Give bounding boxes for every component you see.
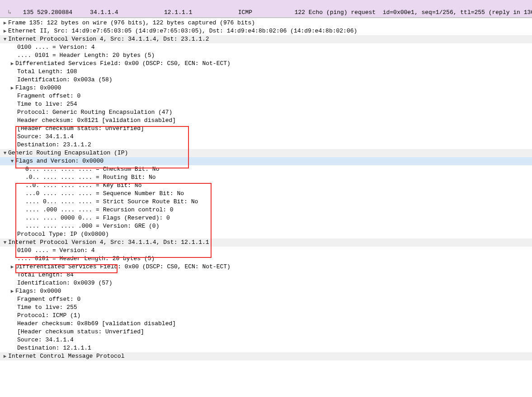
icmp-title: Internet Control Message Protocol	[8, 352, 124, 360]
tree-row[interactable]: Source: 34.1.1.4	[0, 133, 532, 141]
tree-row[interactable]: Time to live: 254	[0, 100, 532, 108]
tree-row[interactable]: .... 0101 = Header Length: 20 bytes (5)	[0, 51, 532, 60]
field-value: Time to live: 254	[17, 100, 77, 108]
field-value: .... .... 0000 0... = Flags (Reserved): …	[25, 214, 170, 222]
field-value: Differentiated Services Field: 0x00 (DSC…	[15, 263, 231, 271]
ip-inner-title: Internet Protocol Version 4, Src: 34.1.1…	[8, 238, 209, 247]
chevron-right-icon[interactable]: ▶	[9, 287, 15, 295]
field-value: Source: 34.1.1.4	[17, 133, 74, 141]
col-info: Echo (ping) request id=0x00e1, seq=1/256…	[309, 9, 532, 16]
tree-row[interactable]: .... 0101 = Header Length: 20 bytes (5)	[0, 255, 532, 263]
tree-row[interactable]: Protocol: Generic Routing Encapsulation …	[0, 108, 532, 117]
chevron-down-icon[interactable]: ▼	[9, 157, 15, 165]
tree-row[interactable]: Total Length: 108	[0, 68, 532, 76]
field-value: Protocol: ICMP (1)	[17, 312, 80, 320]
col-dst: 12.1.1.1	[164, 9, 192, 16]
col-protocol: ICMP	[238, 9, 252, 16]
tree-row-ip-inner[interactable]: ▼ Internet Protocol Version 4, Src: 34.1…	[0, 238, 532, 247]
field-value: ..0. .... .... .... = Key Bit: No	[25, 182, 141, 190]
tree-row[interactable]: Protocol Type: IP (0x0800)	[0, 230, 532, 238]
field-value: Identification: 0x003a (58)	[17, 76, 113, 84]
tree-row[interactable]: Destination: 12.1.1.1	[0, 344, 532, 352]
field-value: Header checksum: 0x8121 [validation disa…	[17, 117, 176, 125]
tree-row[interactable]: 0100 .... = Version: 4	[0, 43, 532, 51]
chevron-down-icon[interactable]: ▼	[2, 149, 8, 157]
tree-row[interactable]: ..0. .... .... .... = Key Bit: No	[0, 182, 532, 190]
field-value: .... 0101 = Header Length: 20 bytes (5)	[17, 51, 155, 60]
field-value: .... 0101 = Header Length: 20 bytes (5)	[17, 255, 155, 263]
tree-row[interactable]: Destination: 23.1.1.2	[0, 141, 532, 149]
tree-row[interactable]: Source: 34.1.1.4	[0, 336, 532, 344]
field-value: Protocol: Generic Routing Encapsulation …	[17, 108, 172, 117]
tree-row[interactable]: ▶ Differentiated Services Field: 0x00 (D…	[0, 263, 532, 271]
chevron-right-icon[interactable]: ▶	[2, 27, 8, 35]
tree-row[interactable]: Protocol: ICMP (1)	[0, 312, 532, 320]
col-length: 122	[295, 9, 305, 16]
field-value: Protocol Type: IP (0x0800)	[17, 230, 109, 238]
chevron-right-icon[interactable]: ▶	[2, 352, 8, 360]
tree-row-gre[interactable]: ▼ Generic Routing Encapsulation (IP)	[0, 149, 532, 157]
tree-row[interactable]: .... .... 0000 0... = Flags (Reserved): …	[0, 214, 532, 222]
field-value: Flags: 0x0000	[15, 287, 61, 295]
field-value: 0... .... .... .... = Checksum Bit: No	[25, 165, 159, 173]
tree-row[interactable]: Identification: 0x003a (58)	[0, 76, 532, 84]
field-value: Source: 34.1.1.4	[17, 336, 74, 344]
tree-row[interactable]: Header checksum: 0x8b69 [validation disa…	[0, 320, 532, 328]
tree-row[interactable]: ...0 .... .... .... = Sequence Number Bi…	[0, 190, 532, 198]
field-value: [Header checksum status: Unverified]	[17, 328, 144, 336]
tree-row[interactable]: .0.. .... .... .... = Routing Bit: No	[0, 173, 532, 182]
tree-row-icmp[interactable]: ▶ Internet Control Message Protocol	[0, 352, 532, 360]
eth-summary: Ethernet II, Src: 14:d9:e7:65:03:05 (14:…	[8, 27, 357, 35]
chevron-right-icon[interactable]: ▶	[9, 60, 15, 68]
tree-row[interactable]: .... .... .... .000 = Version: GRE (0)	[0, 222, 532, 230]
field-value: Total Length: 84	[17, 271, 74, 279]
field-value: Total Length: 108	[17, 68, 77, 76]
field-value: .... .000 .... .... = Recursion control:…	[25, 206, 174, 214]
frame-summary: Frame 135: 122 bytes on wire (976 bits),…	[8, 19, 255, 27]
chevron-right-icon[interactable]: ▶	[2, 19, 8, 27]
tree-row[interactable]: Time to live: 255	[0, 304, 532, 312]
tree-row[interactable]: Header checksum: 0x8121 [validation disa…	[0, 117, 532, 125]
tree-row[interactable]: 0... .... .... .... = Checksum Bit: No	[0, 165, 532, 173]
tree-row[interactable]: Identification: 0x0039 (57)	[0, 279, 532, 287]
tree-row[interactable]: .... .000 .... .... = Recursion control:…	[0, 206, 532, 214]
tree-row[interactable]: ▶ Flags: 0x0000	[0, 287, 532, 295]
tree-row[interactable]: Fragment offset: 0	[0, 92, 532, 100]
field-value: [Header checksum status: Unverified]	[17, 125, 144, 133]
tree-row[interactable]: ▶ Flags: 0x0000	[0, 84, 532, 92]
packet-details-pane: ▶ Frame 135: 122 bytes on wire (976 bits…	[0, 18, 532, 360]
tree-row[interactable]: Total Length: 84	[0, 271, 532, 279]
tree-row-ip-outer[interactable]: ▼ Internet Protocol Version 4, Src: 34.1…	[0, 35, 532, 43]
packet-list-row[interactable]: ↳ 135 529.280884 34.1.1.4 12.1.1.1 ICMP …	[0, 0, 532, 18]
chevron-down-icon[interactable]: ▼	[2, 35, 8, 43]
field-value: Identification: 0x0039 (57)	[17, 279, 113, 287]
field-value: Flags: 0x0000	[15, 84, 61, 92]
tree-row[interactable]: Fragment offset: 0	[0, 295, 532, 304]
field-value: Destination: 23.1.1.2	[17, 141, 91, 149]
tree-row[interactable]: 0100 .... = Version: 4	[0, 247, 532, 255]
field-value: Time to live: 255	[17, 304, 77, 312]
field-value: 0100 .... = Version: 4	[17, 43, 95, 51]
gre-title: Generic Routing Encapsulation (IP)	[8, 149, 128, 157]
tree-row[interactable]: [Header checksum status: Unverified]	[0, 328, 532, 336]
tree-row[interactable]: .... 0... .... .... = Strict Source Rout…	[0, 198, 532, 206]
chevron-down-icon[interactable]: ▼	[2, 238, 8, 247]
tree-row[interactable]: [Header checksum status: Unverified]	[0, 125, 532, 133]
col-no: 135	[23, 9, 33, 16]
tree-row-frame[interactable]: ▶ Frame 135: 122 bytes on wire (976 bits…	[0, 19, 532, 27]
ip-outer-title: Internet Protocol Version 4, Src: 34.1.1…	[8, 35, 209, 43]
gre-flags-title: Flags and Version: 0x0000	[15, 157, 104, 165]
field-value: .... .... .... .000 = Version: GRE (0)	[25, 222, 159, 230]
field-value: .... 0... .... .... = Strict Source Rout…	[25, 198, 198, 206]
col-time: 529.280884	[37, 9, 72, 16]
field-value: Fragment offset: 0	[17, 295, 80, 304]
tree-row[interactable]: ▶ Differentiated Services Field: 0x00 (D…	[0, 60, 532, 68]
chevron-right-icon[interactable]: ▶	[9, 84, 15, 92]
tree-row-gre-flags[interactable]: ▼ Flags and Version: 0x0000	[0, 157, 532, 165]
field-value: 0100 .... = Version: 4	[17, 247, 95, 255]
chevron-right-icon[interactable]: ▶	[9, 263, 15, 271]
field-value: Fragment offset: 0	[17, 92, 80, 100]
tree-row-ethernet[interactable]: ▶ Ethernet II, Src: 14:d9:e7:65:03:05 (1…	[0, 27, 532, 35]
field-value: .0.. .... .... .... = Routing Bit: No	[25, 173, 156, 182]
field-value: Destination: 12.1.1.1	[17, 344, 91, 352]
